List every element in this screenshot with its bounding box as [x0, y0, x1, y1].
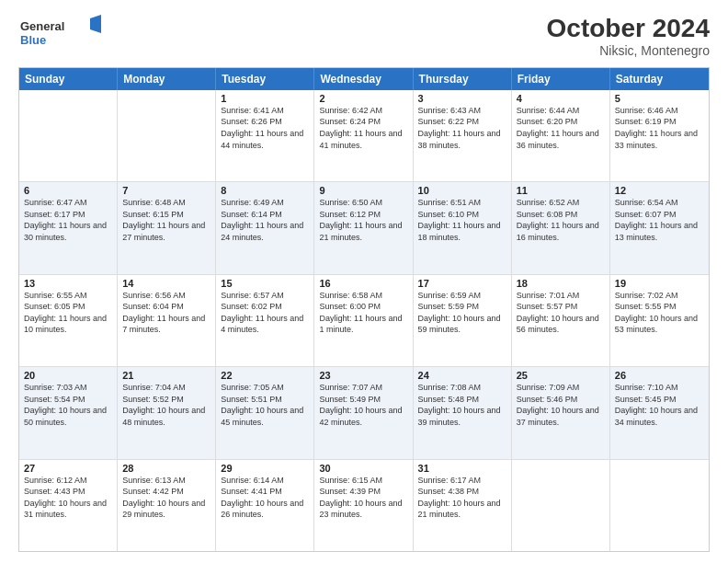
week-row-3: 13 Sunrise: 6:55 AMSunset: 6:05 PMDaylig…	[19, 275, 709, 367]
cell-date: 3	[418, 93, 506, 104]
cell-content: Sunrise: 6:14 AMSunset: 4:41 PMDaylight:…	[221, 475, 309, 521]
cell-content: Sunrise: 6:49 AMSunset: 6:14 PMDaylight:…	[221, 197, 309, 243]
cell-0-1	[118, 90, 216, 181]
cell-content: Sunrise: 7:04 AMSunset: 5:52 PMDaylight:…	[122, 382, 210, 428]
cell-content: Sunrise: 6:41 AMSunset: 6:26 PMDaylight:…	[221, 105, 309, 151]
header-saturday: Saturday	[610, 68, 709, 90]
calendar: Sunday Monday Tuesday Wednesday Thursday…	[18, 67, 710, 552]
cell-content: Sunrise: 6:43 AMSunset: 6:22 PMDaylight:…	[418, 105, 506, 151]
cell-content: Sunrise: 6:57 AMSunset: 6:02 PMDaylight:…	[221, 290, 309, 336]
cell-2-5: 18 Sunrise: 7:01 AMSunset: 5:57 PMDaylig…	[512, 275, 610, 366]
header: General Blue October 2024 Niksic, Monten…	[18, 15, 710, 58]
logo: General Blue	[18, 15, 101, 50]
cell-content: Sunrise: 7:09 AMSunset: 5:46 PMDaylight:…	[517, 382, 605, 428]
cell-3-3: 23 Sunrise: 7:07 AMSunset: 5:49 PMDaylig…	[314, 367, 413, 458]
cell-content: Sunrise: 6:12 AMSunset: 4:43 PMDaylight:…	[24, 475, 112, 521]
cell-1-2: 8 Sunrise: 6:49 AMSunset: 6:14 PMDayligh…	[216, 182, 314, 273]
cell-date: 20	[24, 370, 112, 381]
cell-2-2: 15 Sunrise: 6:57 AMSunset: 6:02 PMDaylig…	[216, 275, 314, 366]
cell-3-0: 20 Sunrise: 7:03 AMSunset: 5:54 PMDaylig…	[19, 367, 118, 458]
cell-date: 29	[221, 463, 309, 474]
cell-date: 9	[319, 185, 407, 196]
cell-4-0: 27 Sunrise: 6:12 AMSunset: 4:43 PMDaylig…	[19, 460, 118, 551]
cell-date: 23	[319, 370, 407, 381]
header-thursday: Thursday	[414, 68, 512, 90]
cell-content: Sunrise: 6:48 AMSunset: 6:15 PMDaylight:…	[122, 197, 210, 243]
cell-date: 14	[122, 278, 210, 289]
cell-date: 8	[221, 185, 309, 196]
cell-content: Sunrise: 6:56 AMSunset: 6:04 PMDaylight:…	[122, 290, 210, 336]
cell-2-0: 13 Sunrise: 6:55 AMSunset: 6:05 PMDaylig…	[19, 275, 118, 366]
cell-date: 24	[418, 370, 506, 381]
cell-date: 4	[517, 93, 605, 104]
cell-content: Sunrise: 6:51 AMSunset: 6:10 PMDaylight:…	[418, 197, 506, 243]
cell-2-4: 17 Sunrise: 6:59 AMSunset: 5:59 PMDaylig…	[414, 275, 512, 366]
cell-content: Sunrise: 6:44 AMSunset: 6:20 PMDaylight:…	[517, 105, 605, 151]
cell-date: 10	[418, 185, 506, 196]
cell-3-2: 22 Sunrise: 7:05 AMSunset: 5:51 PMDaylig…	[216, 367, 314, 458]
svg-text:Blue: Blue	[20, 33, 46, 47]
cell-4-5	[512, 460, 610, 551]
cell-date: 6	[24, 185, 112, 196]
cell-date: 15	[221, 278, 309, 289]
calendar-body: 1 Sunrise: 6:41 AMSunset: 6:26 PMDayligh…	[19, 90, 709, 551]
cell-content: Sunrise: 6:42 AMSunset: 6:24 PMDaylight:…	[319, 105, 407, 151]
title-block: October 2024 Niksic, Montenegro	[547, 15, 710, 58]
cell-1-4: 10 Sunrise: 6:51 AMSunset: 6:10 PMDaylig…	[414, 182, 512, 273]
cell-content: Sunrise: 7:01 AMSunset: 5:57 PMDaylight:…	[517, 290, 605, 336]
cell-0-6: 5 Sunrise: 6:46 AMSunset: 6:19 PMDayligh…	[610, 90, 709, 181]
week-row-1: 1 Sunrise: 6:41 AMSunset: 6:26 PMDayligh…	[19, 90, 709, 182]
cell-date: 13	[24, 278, 112, 289]
cell-3-1: 21 Sunrise: 7:04 AMSunset: 5:52 PMDaylig…	[118, 367, 216, 458]
cell-content: Sunrise: 6:13 AMSunset: 4:42 PMDaylight:…	[122, 475, 210, 521]
cell-content: Sunrise: 6:58 AMSunset: 6:00 PMDaylight:…	[319, 290, 407, 336]
cell-2-3: 16 Sunrise: 6:58 AMSunset: 6:00 PMDaylig…	[314, 275, 413, 366]
cell-date: 27	[24, 463, 112, 474]
cell-content: Sunrise: 6:50 AMSunset: 6:12 PMDaylight:…	[319, 197, 407, 243]
cell-content: Sunrise: 7:08 AMSunset: 5:48 PMDaylight:…	[418, 382, 506, 428]
logo-svg: General Blue	[18, 15, 101, 50]
cell-content: Sunrise: 6:47 AMSunset: 6:17 PMDaylight:…	[24, 197, 112, 243]
header-friday: Friday	[512, 68, 610, 90]
cell-date: 2	[319, 93, 407, 104]
svg-text:General: General	[20, 19, 64, 33]
cell-3-5: 25 Sunrise: 7:09 AMSunset: 5:46 PMDaylig…	[512, 367, 610, 458]
cell-2-1: 14 Sunrise: 6:56 AMSunset: 6:04 PMDaylig…	[118, 275, 216, 366]
week-row-2: 6 Sunrise: 6:47 AMSunset: 6:17 PMDayligh…	[19, 182, 709, 274]
cell-content: Sunrise: 6:55 AMSunset: 6:05 PMDaylight:…	[24, 290, 112, 336]
cell-0-2: 1 Sunrise: 6:41 AMSunset: 6:26 PMDayligh…	[216, 90, 314, 181]
cell-date: 1	[221, 93, 309, 104]
header-tuesday: Tuesday	[216, 68, 314, 90]
cell-3-4: 24 Sunrise: 7:08 AMSunset: 5:48 PMDaylig…	[414, 367, 512, 458]
cell-0-0	[19, 90, 118, 181]
cell-date: 17	[418, 278, 506, 289]
header-monday: Monday	[118, 68, 216, 90]
cell-0-3: 2 Sunrise: 6:42 AMSunset: 6:24 PMDayligh…	[314, 90, 413, 181]
cell-date: 12	[615, 185, 704, 196]
cell-date: 26	[615, 370, 704, 381]
cell-date: 5	[615, 93, 704, 104]
cell-date: 28	[122, 463, 210, 474]
page-subtitle: Niksic, Montenegro	[547, 43, 710, 58]
cell-content: Sunrise: 6:52 AMSunset: 6:08 PMDaylight:…	[517, 197, 605, 243]
cell-4-2: 29 Sunrise: 6:14 AMSunset: 4:41 PMDaylig…	[216, 460, 314, 551]
cell-date: 16	[319, 278, 407, 289]
cell-4-6	[610, 460, 709, 551]
cell-4-4: 31 Sunrise: 6:17 AMSunset: 4:38 PMDaylig…	[414, 460, 512, 551]
cell-content: Sunrise: 7:03 AMSunset: 5:54 PMDaylight:…	[24, 382, 112, 428]
cell-content: Sunrise: 6:15 AMSunset: 4:39 PMDaylight:…	[319, 475, 407, 521]
cell-date: 7	[122, 185, 210, 196]
cell-1-3: 9 Sunrise: 6:50 AMSunset: 6:12 PMDayligh…	[314, 182, 413, 273]
cell-1-5: 11 Sunrise: 6:52 AMSunset: 6:08 PMDaylig…	[512, 182, 610, 273]
cell-date: 11	[517, 185, 605, 196]
cell-1-1: 7 Sunrise: 6:48 AMSunset: 6:15 PMDayligh…	[118, 182, 216, 273]
cell-content: Sunrise: 6:59 AMSunset: 5:59 PMDaylight:…	[418, 290, 506, 336]
cell-0-4: 3 Sunrise: 6:43 AMSunset: 6:22 PMDayligh…	[414, 90, 512, 181]
week-row-4: 20 Sunrise: 7:03 AMSunset: 5:54 PMDaylig…	[19, 367, 709, 459]
page: General Blue October 2024 Niksic, Monten…	[0, 0, 728, 563]
cell-date: 30	[319, 463, 407, 474]
cell-date: 18	[517, 278, 605, 289]
cell-content: Sunrise: 7:05 AMSunset: 5:51 PMDaylight:…	[221, 382, 309, 428]
cell-4-3: 30 Sunrise: 6:15 AMSunset: 4:39 PMDaylig…	[314, 460, 413, 551]
svg-marker-2	[90, 15, 101, 33]
